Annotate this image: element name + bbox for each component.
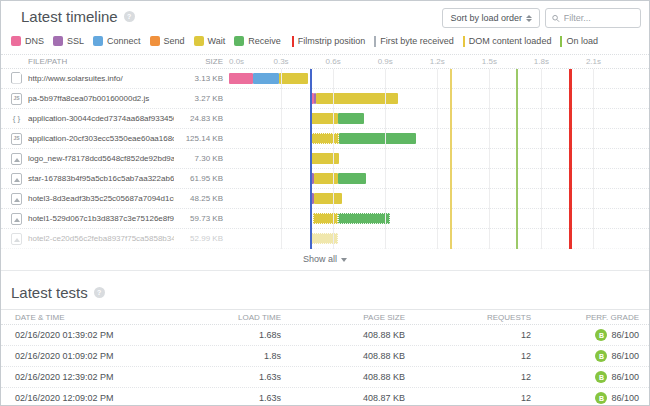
test-requests: 12 xyxy=(405,351,531,361)
test-datetime: 02/16/2020 01:39:02 PM xyxy=(1,330,169,340)
test-row[interactable]: 02/16/2020 12:09:02 PM1.63s408.87 KB12B8… xyxy=(1,388,649,406)
wait-segment-bar[interactable] xyxy=(313,213,338,224)
img-file-icon xyxy=(11,233,22,245)
show-all-button[interactable]: Show all xyxy=(1,249,649,270)
legend-item-filmstrip-position: Filmstrip position xyxy=(292,36,366,47)
grade-score: 86/100 xyxy=(611,372,639,382)
grade-score: 86/100 xyxy=(611,393,639,403)
row-timeline xyxy=(229,89,649,108)
dns-segment-bar[interactable] xyxy=(229,73,253,84)
axis-tick-label: 0.9s xyxy=(378,57,393,66)
legend-label: Receive xyxy=(248,36,281,46)
timeline-row[interactable]: JSpa-5b97ffa8cea07b00160000d2.js3.27 KB xyxy=(1,89,649,109)
file-size: 61.95 KB xyxy=(174,174,223,183)
file-icon-cell: { } xyxy=(11,113,28,125)
page-size-column-header: PAGE SIZE xyxy=(281,313,405,322)
row-timeline xyxy=(229,189,649,208)
file-path-column-header: FILE/PATH xyxy=(28,57,174,66)
on-load-marker-icon xyxy=(560,36,562,47)
receive-segment-bar[interactable] xyxy=(339,133,416,144)
row-timeline xyxy=(229,149,649,168)
row-timeline xyxy=(229,129,649,148)
wait-segment-bar[interactable] xyxy=(314,193,342,204)
img-file-icon xyxy=(11,213,22,225)
tests-body: 02/16/2020 01:39:02 PM1.68s408.88 KB12B8… xyxy=(1,325,649,406)
timeline-row[interactable]: hotel1-529d067c1b3d8387c3e75126e8f9a73e3… xyxy=(1,209,649,229)
axis-tick-label: 0.0s xyxy=(229,57,244,66)
grade-badge-icon: B xyxy=(595,329,607,341)
sort-button-label: Sort by load order xyxy=(450,13,522,23)
receive-segment-bar[interactable] xyxy=(338,113,364,124)
receive-segment-bar[interactable] xyxy=(338,213,389,224)
wait-segment-bar[interactable] xyxy=(311,113,339,124)
wait-segment-bar[interactable] xyxy=(311,153,340,164)
legend-label: First byte received xyxy=(380,36,454,46)
wait-segment-bar[interactable] xyxy=(314,173,339,184)
timeline-row[interactable]: star-167883b4f95a5cb16c5ab7aa322ab69af0f… xyxy=(1,169,649,189)
row-timeline xyxy=(229,229,649,248)
timeline-row[interactable]: hotel2-ce20d56c2feba8937f75ca5858b3410c7… xyxy=(1,229,649,249)
grade-badge-icon: B xyxy=(595,392,607,404)
wait-segment-bar[interactable] xyxy=(311,233,339,244)
help-icon[interactable]: ? xyxy=(94,287,105,298)
help-icon[interactable]: ? xyxy=(124,11,135,22)
wait-swatch-icon xyxy=(194,36,204,46)
wait-segment-bar[interactable] xyxy=(316,93,398,104)
filter-input[interactable] xyxy=(564,13,634,23)
wait-segment-bar[interactable] xyxy=(311,133,340,144)
show-all-label: Show all xyxy=(303,254,337,264)
row-timeline xyxy=(229,169,649,188)
sort-arrows-icon xyxy=(526,15,532,22)
wait-segment-bar[interactable] xyxy=(279,73,308,84)
waterfall-rows: http://www.solarsuites.info/3.13 KBJSpa-… xyxy=(1,69,649,249)
test-row[interactable]: 02/16/2020 12:39:02 PM1.63s408.88 KB12B8… xyxy=(1,367,649,388)
filter-field xyxy=(545,8,641,28)
receive-swatch-icon xyxy=(234,36,244,46)
legend-item-receive: Receive xyxy=(234,36,281,46)
test-requests: 12 xyxy=(405,393,531,403)
test-load-time: 1.68s xyxy=(169,330,281,340)
file-path: application-20cf303ecc5350eae60aa168d23a… xyxy=(28,134,174,143)
dns-swatch-icon xyxy=(11,36,21,46)
latest-tests-section: Latest tests ? DATE & TIME LOAD TIME PAG… xyxy=(1,271,649,406)
file-icon-cell xyxy=(11,233,28,245)
grade-score: 86/100 xyxy=(611,330,639,340)
timeline-row[interactable]: http://www.solarsuites.info/3.13 KB xyxy=(1,69,649,89)
test-page-size: 408.87 KB xyxy=(281,393,405,403)
time-axis: 0.0s0.3s0.6s0.9s1.2s1.5s1.8s2.1s xyxy=(229,55,649,68)
legend-item-dns: DNS xyxy=(11,36,44,46)
test-requests: 12 xyxy=(405,330,531,340)
connect-segment-bar[interactable] xyxy=(253,73,279,84)
file-path: logo_new-f78178dcd5648cf852de92bd9ab7c68… xyxy=(28,154,174,163)
timeline-legend: DNSSSLConnectSendWaitReceive Filmstrip p… xyxy=(1,32,649,48)
legend-label: DOM content loaded xyxy=(469,36,552,46)
timeline-row[interactable]: logo_new-f78178dcd5648cf852de92bd9ab7c68… xyxy=(1,149,649,169)
js-file-icon: JS xyxy=(11,93,22,105)
legend-label: Filmstrip position xyxy=(298,36,366,46)
js-file-icon: JS xyxy=(11,133,22,145)
timeline-row[interactable]: { }application-30044cded7374aa68af933450… xyxy=(1,109,649,129)
test-perf-grade: B86/100 xyxy=(531,392,649,404)
timeline-title: Latest timeline xyxy=(21,8,118,25)
file-size: 3.13 KB xyxy=(174,74,223,83)
row-timeline xyxy=(229,109,649,128)
dom-content-loaded-marker-icon xyxy=(463,36,465,47)
timeline-row[interactable]: JSapplication-20cf303ecc5350eae60aa168d2… xyxy=(1,129,649,149)
file-size: 125.14 KB xyxy=(174,134,223,143)
filmstrip-position-marker-icon xyxy=(292,36,294,47)
test-load-time: 1.63s xyxy=(169,393,281,403)
legend-label: On load xyxy=(566,36,598,46)
receive-segment-bar[interactable] xyxy=(338,173,366,184)
legend-label: Send xyxy=(164,36,185,46)
timeline-row[interactable]: hotel3-8d3eadf3b35c25c05687a7094d1ccd0c8… xyxy=(1,189,649,209)
legend-item-send: Send xyxy=(150,36,185,46)
grade-badge-icon: B xyxy=(595,371,607,383)
test-page-size: 408.88 KB xyxy=(281,351,405,361)
sort-by-load-order-button[interactable]: Sort by load order xyxy=(442,8,540,28)
latest-timeline-section: Latest timeline ? Sort by load order D xyxy=(1,1,649,271)
file-size: 24.83 KB xyxy=(174,114,223,123)
test-row[interactable]: 02/16/2020 01:09:02 PM1.8s408.88 KB12B86… xyxy=(1,346,649,367)
test-row[interactable]: 02/16/2020 01:39:02 PM1.68s408.88 KB12B8… xyxy=(1,325,649,346)
file-path: pa-5b97ffa8cea07b00160000d2.js xyxy=(28,94,174,103)
test-page-size: 408.88 KB xyxy=(281,372,405,382)
